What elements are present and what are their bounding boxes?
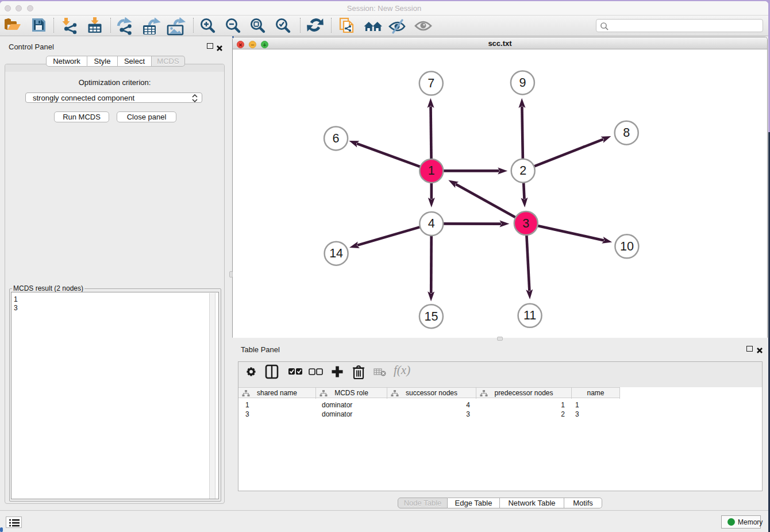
svg-text:4: 4: [428, 217, 435, 230]
svg-text:10: 10: [620, 240, 634, 253]
svg-text:2: 2: [519, 164, 526, 178]
svg-text:3: 3: [522, 217, 529, 230]
svg-text:11: 11: [523, 309, 536, 322]
svg-text:14: 14: [329, 246, 343, 260]
svg-text:8: 8: [623, 126, 630, 140]
svg-text:1: 1: [428, 164, 435, 178]
svg-text:15: 15: [424, 310, 438, 323]
svg-text:7: 7: [428, 76, 434, 90]
svg-text:6: 6: [333, 132, 340, 145]
svg-text:9: 9: [519, 76, 526, 90]
